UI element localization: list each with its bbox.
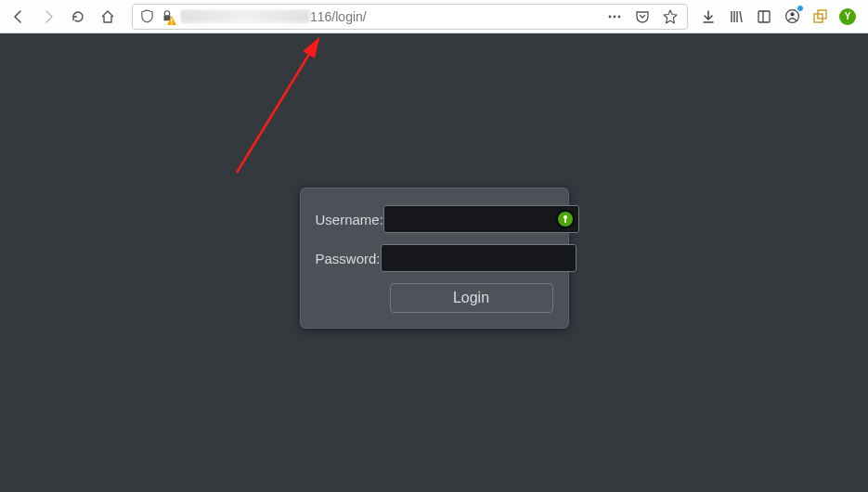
- svg-rect-13: [564, 218, 566, 223]
- pocket-icon: [635, 9, 650, 24]
- back-icon: [11, 9, 26, 24]
- svg-point-3: [609, 15, 612, 18]
- reader-icon: [757, 9, 771, 24]
- passman-icon: Y: [839, 8, 856, 25]
- login-panel: Username: Password: Login: [300, 188, 569, 329]
- login-button[interactable]: Login: [390, 283, 553, 313]
- forward-button[interactable]: [35, 4, 61, 30]
- address-bar[interactable]: 116/login/: [132, 4, 688, 30]
- lock-warning-icon[interactable]: [160, 9, 175, 24]
- extension-icon: [812, 9, 827, 24]
- password-row: Password:: [316, 244, 553, 272]
- library-icon: [729, 9, 744, 24]
- svg-rect-1: [171, 19, 172, 22]
- toolbar-right: Y: [699, 7, 862, 26]
- extension-button[interactable]: [810, 7, 829, 26]
- account-icon: [784, 8, 800, 24]
- browser-toolbar: 116/login/ Y: [0, 0, 868, 33]
- password-label: Password:: [316, 251, 381, 266]
- password-input[interactable]: [381, 244, 577, 272]
- annotation-arrow: [218, 33, 348, 182]
- library-button[interactable]: [727, 7, 745, 26]
- back-button[interactable]: [6, 4, 32, 30]
- passman-extension-button[interactable]: Y: [838, 7, 857, 26]
- url-redacted-part: [180, 9, 310, 23]
- svg-rect-6: [758, 11, 770, 22]
- sidebar-button[interactable]: [755, 7, 773, 26]
- reload-button[interactable]: [65, 4, 91, 30]
- reload-icon: [71, 9, 85, 24]
- more-icon: [607, 9, 622, 24]
- username-row: Username:: [316, 205, 553, 233]
- downloads-button[interactable]: [699, 7, 718, 26]
- address-bar-icons: [140, 9, 175, 24]
- home-button[interactable]: [95, 4, 121, 30]
- page-content: Username: Password: Login: [0, 33, 868, 492]
- svg-point-5: [618, 15, 621, 18]
- address-bar-actions: [605, 7, 680, 26]
- home-icon: [100, 9, 115, 24]
- account-button[interactable]: [783, 7, 801, 26]
- svg-line-14: [237, 39, 318, 173]
- username-label: Username:: [316, 212, 383, 227]
- username-input[interactable]: [383, 205, 579, 233]
- password-manager-icon[interactable]: [556, 210, 575, 228]
- download-icon: [701, 9, 716, 24]
- shield-icon[interactable]: [140, 9, 154, 23]
- pocket-button[interactable]: [633, 7, 652, 26]
- url-text: 116/login/: [180, 9, 600, 24]
- star-icon: [663, 9, 678, 24]
- forward-icon: [41, 9, 56, 24]
- page-actions-button[interactable]: [605, 7, 624, 26]
- svg-point-9: [790, 12, 794, 16]
- svg-rect-2: [171, 22, 172, 23]
- svg-point-4: [614, 15, 616, 18]
- bookmark-button[interactable]: [661, 7, 680, 26]
